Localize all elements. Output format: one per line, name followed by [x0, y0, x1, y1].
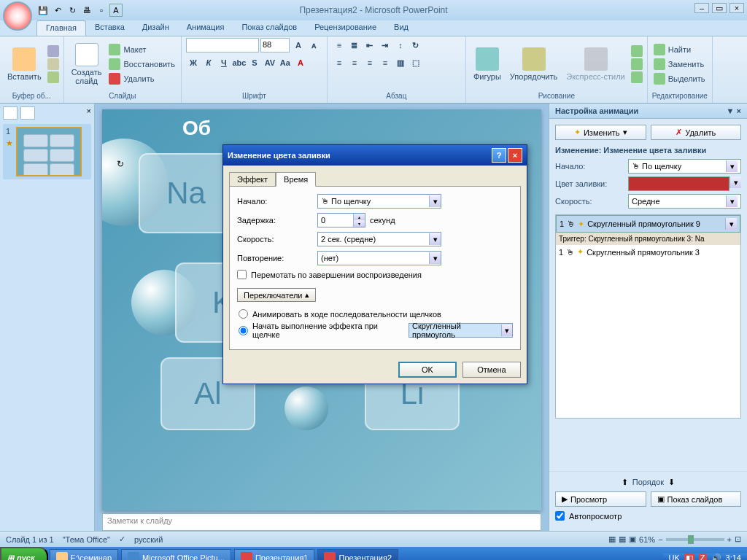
- dialog-help-button[interactable]: ?: [492, 148, 506, 163]
- task-item-ppt1[interactable]: Презентация1: [234, 549, 315, 560]
- justify-icon[interactable]: ≡: [378, 55, 392, 70]
- tray-icon[interactable]: ◧: [684, 553, 694, 561]
- tab-timing[interactable]: Время: [276, 172, 316, 187]
- fit-icon[interactable]: ⊡: [735, 534, 741, 544]
- reorder-up-icon[interactable]: ⬆: [622, 478, 628, 487]
- new-slide-button[interactable]: Создать слайд: [69, 42, 105, 87]
- task-item-ppt2[interactable]: Презентация2: [317, 549, 398, 560]
- anim-list-item-2[interactable]: 1 🖰 ✦ Скругленный прямоугольник 3: [556, 245, 740, 259]
- fill-color-swatch[interactable]: [628, 176, 729, 191]
- copy-icon[interactable]: [47, 58, 59, 70]
- task-item-explorer[interactable]: F:\семинар: [50, 549, 118, 560]
- tab-view[interactable]: Вид: [385, 20, 417, 36]
- slides-tab-icon[interactable]: [3, 106, 18, 120]
- rewind-checkbox[interactable]: [237, 270, 247, 279]
- shadow-button[interactable]: S: [247, 55, 262, 70]
- columns-icon[interactable]: ▥: [393, 55, 408, 70]
- dlg-repeat-combo[interactable]: (нет)▾: [317, 251, 441, 265]
- align-center-icon[interactable]: ≡: [347, 55, 362, 70]
- shape-effects-icon[interactable]: [631, 71, 643, 83]
- slide-1-thumb[interactable]: [16, 127, 82, 176]
- line-spacing-icon[interactable]: ↕: [393, 38, 408, 52]
- close-button[interactable]: ×: [729, 3, 744, 13]
- shrink-font-icon[interactable]: ᴀ: [307, 38, 322, 52]
- spellcheck-icon[interactable]: ✓: [119, 534, 125, 544]
- close-pane-icon[interactable]: ×: [87, 106, 91, 121]
- arrange-button[interactable]: Упорядочить: [507, 46, 560, 82]
- chevron-down-icon[interactable]: ▾: [725, 218, 737, 230]
- font-size-combo[interactable]: 88: [260, 38, 290, 52]
- remove-effect-button[interactable]: ✗Удалить: [651, 125, 742, 140]
- radio-on-click[interactable]: [239, 326, 248, 335]
- language-indicator[interactable]: русский: [134, 535, 163, 544]
- change-effect-button[interactable]: ✦Изменить ▾: [555, 125, 646, 140]
- align-left-icon[interactable]: ≡: [332, 55, 347, 70]
- save-icon[interactable]: 💾: [36, 4, 50, 17]
- tab-animation[interactable]: Анимация: [178, 20, 233, 36]
- ok-button[interactable]: OK: [398, 362, 457, 378]
- replace-button[interactable]: Заменить: [652, 58, 707, 71]
- radio-sequence[interactable]: [239, 309, 248, 319]
- tab-insert[interactable]: Вставка: [86, 20, 133, 36]
- undo-icon[interactable]: ↶: [51, 4, 64, 17]
- strike-button[interactable]: abc: [232, 55, 247, 70]
- tab-review[interactable]: Рецензирование: [306, 20, 385, 36]
- dialog-titlebar[interactable]: Изменение цвета заливки ? ×: [223, 145, 527, 166]
- anim-pane-dropdown-icon[interactable]: ▼: [727, 106, 735, 115]
- select-icon[interactable]: A: [109, 4, 123, 17]
- spin-up-icon[interactable]: ▴: [353, 214, 365, 220]
- indent-dec-icon[interactable]: ⇤: [363, 38, 377, 52]
- font-color-button[interactable]: A: [293, 55, 308, 70]
- autopreview-checkbox[interactable]: [555, 511, 565, 521]
- zoom-slider[interactable]: [666, 538, 724, 541]
- cancel-button[interactable]: Отмена: [462, 362, 521, 378]
- tray-icon[interactable]: Z: [699, 553, 707, 560]
- zoom-out-icon[interactable]: −: [658, 535, 662, 544]
- dlg-start-combo[interactable]: 🖰 По щелчку▾: [317, 194, 441, 209]
- delete-slide-button[interactable]: Удалить: [107, 72, 176, 85]
- minimize-button[interactable]: –: [694, 3, 709, 13]
- zoom-level[interactable]: 61%: [639, 535, 655, 544]
- task-item-picture[interactable]: Microsoft Office Pictu...: [121, 549, 231, 560]
- triggers-toggle[interactable]: Переключатели ▴: [237, 288, 316, 302]
- shape-fill-icon[interactable]: [631, 45, 643, 57]
- align-right-icon[interactable]: ≡: [363, 55, 377, 70]
- maximize-button[interactable]: ▭: [712, 3, 727, 13]
- speed-combo[interactable]: Средне▾: [628, 194, 741, 209]
- volume-icon[interactable]: 🔊: [711, 553, 721, 561]
- numbering-icon[interactable]: ≣: [347, 38, 362, 52]
- paste-button[interactable]: Вставить: [4, 46, 44, 82]
- reorder-down-icon[interactable]: ⬇: [668, 478, 675, 487]
- format-painter-icon[interactable]: [47, 71, 59, 83]
- text-direction-icon[interactable]: ↻: [409, 38, 423, 52]
- smartart-icon[interactable]: ⬚: [409, 55, 423, 70]
- express-styles-button[interactable]: Экспресс-стили: [563, 46, 627, 82]
- bold-button[interactable]: Ж: [186, 55, 201, 70]
- shape-outline-icon[interactable]: [631, 58, 643, 70]
- dlg-speed-combo[interactable]: 2 сек. (средне)▾: [317, 232, 441, 246]
- tab-effect[interactable]: Эффект: [229, 172, 276, 187]
- reset-button[interactable]: Восстановить: [107, 58, 176, 71]
- office-button[interactable]: [3, 1, 32, 31]
- grow-font-icon[interactable]: A: [291, 38, 306, 52]
- layout-button[interactable]: Макет: [107, 43, 176, 56]
- view-normal-icon[interactable]: ▦: [608, 534, 616, 544]
- clock[interactable]: 3:14: [726, 553, 741, 560]
- outline-tab-icon[interactable]: [20, 106, 35, 120]
- start-button[interactable]: ⊞пуск: [0, 547, 48, 560]
- view-slideshow-icon[interactable]: ▣: [629, 534, 636, 544]
- chevron-down-icon[interactable]: ▾: [729, 176, 741, 188]
- language-tray[interactable]: UK: [669, 553, 680, 560]
- shapes-button[interactable]: Фигуры: [471, 46, 504, 82]
- underline-button[interactable]: Ч: [217, 55, 231, 70]
- trigger-shape-combo[interactable]: Скругленный прямоуголь▾: [409, 323, 513, 338]
- bullets-icon[interactable]: ≡: [332, 38, 347, 52]
- cut-icon[interactable]: [47, 45, 59, 57]
- indent-inc-icon[interactable]: ⇥: [378, 38, 392, 52]
- print-icon[interactable]: 🖶: [80, 4, 93, 17]
- zoom-in-icon[interactable]: +: [727, 535, 732, 544]
- notes-pane[interactable]: Заметки к слайду: [102, 513, 541, 531]
- start-combo[interactable]: 🖰 По щелчку▾: [628, 159, 741, 174]
- tile-na[interactable]: Na: [139, 153, 233, 233]
- tab-home[interactable]: Главная: [36, 20, 86, 36]
